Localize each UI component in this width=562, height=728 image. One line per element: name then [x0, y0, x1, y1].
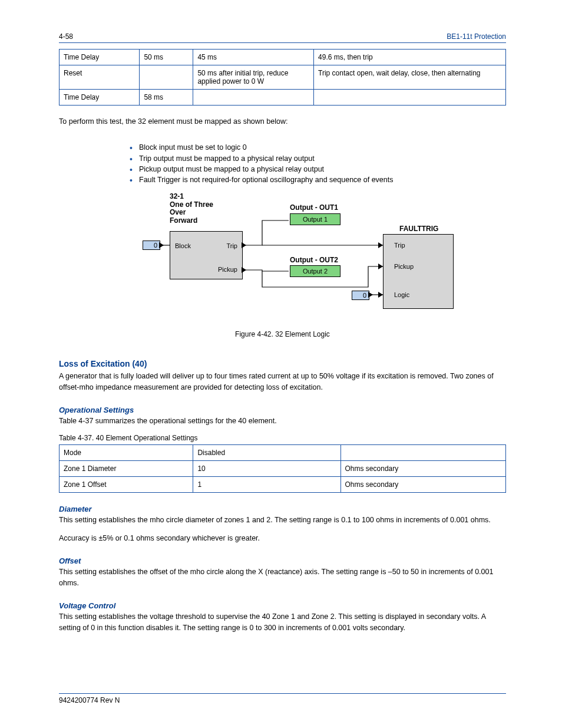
table-row: Zone 1 Offset1Ohms secondary — [59, 477, 506, 493]
output-2: Output 2 — [290, 265, 340, 277]
header-title: BE1-11t Protection — [447, 32, 506, 41]
section-40-intro: A generator that is fully loaded will de… — [59, 371, 506, 394]
out2-label: Output - OUT2 — [290, 256, 338, 265]
voltage-title: Voltage Control — [59, 601, 506, 610]
header-rule — [59, 42, 506, 43]
list-item: Block input must be set to logic 0 — [130, 142, 506, 153]
table-row: Reset50 ms after initial trip, reduce ap… — [59, 65, 506, 90]
offset-title: Offset — [59, 556, 506, 565]
table-row: ModeDisabled — [59, 445, 506, 461]
running-header: 4-58 BE1-11t Protection — [59, 32, 506, 41]
block-32-header: 32-1 One of Three Over Forward — [170, 193, 213, 225]
output-1: Output 1 — [290, 213, 340, 225]
table-row: Zone 1 Diameter10Ohms secondary — [59, 461, 506, 477]
footer-rev: 9424200774 Rev N — [59, 696, 120, 704]
page-number: 4-58 — [59, 32, 73, 41]
opsettings-para: Table 4-37 summarizes the operational se… — [59, 416, 506, 427]
bullet-block: Block input must be set to logic 0 Trip … — [130, 142, 506, 185]
list-item: Trip output must be mapped to a physical… — [130, 153, 506, 164]
list-item: Pickup output must be mapped to a physic… — [130, 164, 506, 174]
zero-input-1: 0 — [143, 241, 160, 250]
table-32-test: Time Delay50 ms45 ms49.6 ms, then trip R… — [59, 49, 506, 106]
table-row: Time Delay58 ms — [59, 90, 506, 106]
diameter-para2: Accuracy is ±5% or 0.1 ohms secondary wh… — [59, 533, 506, 544]
opsettings-title: Operational Settings — [59, 406, 506, 414]
table-40: ModeDisabled Zone 1 Diameter10Ohms secon… — [59, 444, 506, 493]
faulttrig-label: FAULTTRIG — [399, 225, 438, 233]
zero-input-2: 0 — [352, 291, 369, 300]
diameter-title: Diameter — [59, 505, 506, 513]
page: 4-58 BE1-11t Protection Time Delay50 ms4… — [0, 0, 562, 728]
bullet-intro: To perform this test, the 32 element mus… — [59, 116, 506, 127]
offset-para: This setting establishes the offset of t… — [59, 566, 506, 589]
footer: 9424200774 Rev N — [59, 692, 506, 704]
figure-caption: Figure 4-42. 32 Element Logic — [59, 330, 506, 338]
list-item: Fault Trigger is not required-for option… — [130, 174, 506, 185]
table-row: Time Delay50 ms45 ms49.6 ms, then trip — [59, 50, 506, 65]
voltage-para: This setting establishes the voltage thr… — [59, 611, 506, 634]
diameter-para1: This setting establishes the mho circle … — [59, 515, 506, 526]
block-faulttrig: Trip Pickup Logic — [383, 234, 454, 309]
block-32: Block Trip Pickup — [170, 231, 243, 279]
logic-diagram: 32-1 One of Three Over Forward 0 Block T… — [135, 190, 465, 328]
out1-label: Output - OUT1 — [290, 204, 338, 212]
table-40-caption: Table 4-37. 40 Element Operational Setti… — [59, 434, 506, 442]
section-40-title: Loss of Excitation (40) — [59, 359, 506, 368]
